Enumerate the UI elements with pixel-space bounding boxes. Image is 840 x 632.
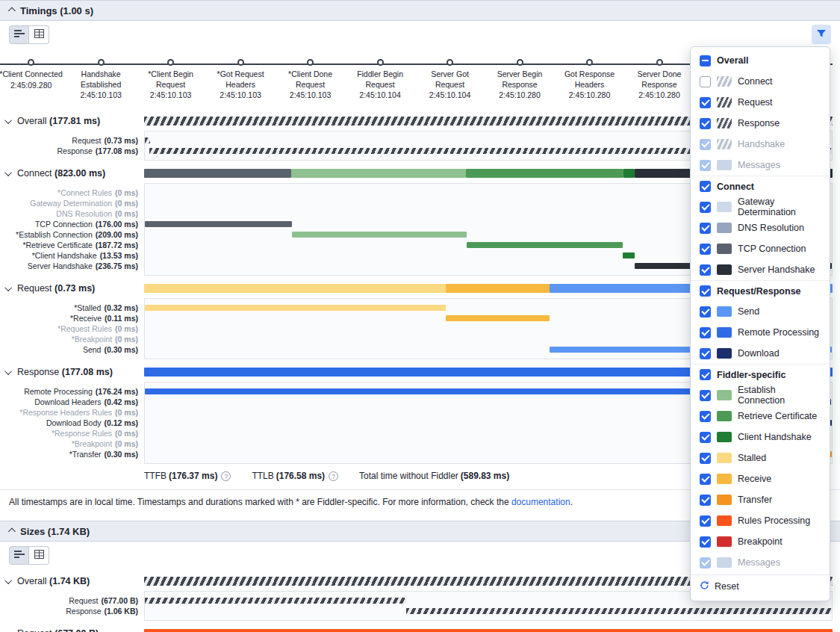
info-icon[interactable] xyxy=(329,471,338,481)
waterfall-view-button[interactable] xyxy=(9,25,29,44)
filter-item-tcp-connection[interactable]: TCP Connection xyxy=(691,238,830,259)
chevron-down-icon xyxy=(4,368,12,375)
checkbox-disabled xyxy=(700,557,711,569)
filter-item-stalled[interactable]: Stalled xyxy=(691,447,830,468)
milestone-dot xyxy=(28,59,34,66)
filter-item-retrieve-certificate[interactable]: Retrieve Certificate xyxy=(691,406,830,427)
filter-item-handshake[interactable]: Handshake xyxy=(691,134,830,155)
filter-item-label: Retrieve Certificate xyxy=(738,411,817,421)
bar-segment xyxy=(144,169,291,178)
filter-item-send[interactable]: Send xyxy=(691,301,830,322)
color-swatch xyxy=(717,515,732,526)
milestone-client-connected: *Client Connected2:45:09.280 xyxy=(0,59,66,90)
row-label-request: Request(0.73 ms) xyxy=(0,135,138,146)
filter-item-download[interactable]: Download xyxy=(691,343,830,364)
section-value: (823.00 ms) xyxy=(55,168,105,179)
filter-item-messages[interactable]: Messages xyxy=(691,155,830,176)
filter-item-messages[interactable]: Messages xyxy=(691,552,830,573)
filter-item-transfer[interactable]: Transfer xyxy=(691,489,830,510)
info-icon[interactable] xyxy=(221,471,231,481)
checkbox-checked xyxy=(700,432,711,443)
row-label-remote-processing: Remote Processing(176.24 ms) xyxy=(0,386,138,397)
row-label-connect-rules: *Connect Rules(0 ms) xyxy=(0,188,138,198)
section-bar xyxy=(144,627,833,632)
checkbox-checked xyxy=(700,181,711,192)
bar-segment xyxy=(145,305,446,311)
milestone-name: Handshake Established xyxy=(66,69,135,90)
color-swatch xyxy=(717,536,732,547)
checkbox-checked xyxy=(700,202,711,213)
total-time-stat: Total time without Fiddler(589.83 ms) xyxy=(359,471,509,481)
section-name: Overall xyxy=(17,116,47,126)
filter-item-label: Messages xyxy=(738,160,780,170)
filter-item-label: TCP Connection xyxy=(738,244,806,254)
filter-item-establish-connection[interactable]: Establish Connection xyxy=(691,385,830,406)
filter-item-gateway-determination[interactable]: Gateway Determination xyxy=(691,196,830,217)
section-header-request[interactable]: Request (677.00 B) xyxy=(0,627,840,632)
reset-button[interactable]: Reset xyxy=(691,574,830,598)
color-swatch xyxy=(717,223,732,233)
section-name: Response xyxy=(17,367,59,377)
filter-group-fiddler-specific[interactable]: Fiddler-specific xyxy=(691,364,830,385)
section-value: (677.00 B) xyxy=(55,628,99,632)
checkbox-checked xyxy=(700,244,711,255)
filter-item-label: Remote Processing xyxy=(738,327,819,338)
filter-item-server-handshake[interactable]: Server Handshake xyxy=(691,259,830,280)
timings-toolbar xyxy=(0,21,840,48)
checkbox-checked xyxy=(700,97,711,108)
checkbox-checked xyxy=(700,515,711,527)
milestone-name: *Client Begin Request xyxy=(137,69,205,90)
milestone-fiddler-begin-request: Fiddler Begin Request2:45:10.104 xyxy=(346,59,414,100)
filter-group-request-response[interactable]: Request/Response xyxy=(691,280,830,301)
row-label-receive: *Receive(0.11 ms) xyxy=(0,313,138,323)
milestone-dot xyxy=(307,59,314,66)
filter-item-dns-resolution[interactable]: DNS Resolution xyxy=(691,217,830,238)
milestone-handshake-established: Handshake Established2:45:10.103 xyxy=(66,59,135,100)
milestone-server-begin-response: Server Begin Response2:45:10.280 xyxy=(485,59,554,100)
table-view-button[interactable] xyxy=(29,546,49,565)
color-swatch xyxy=(717,118,732,128)
filter-item-label: Download xyxy=(738,348,780,359)
filter-group-overall[interactable]: Overall xyxy=(691,50,830,71)
bar-segment xyxy=(144,284,446,293)
filter-item-breakpoint[interactable]: Breakpoint xyxy=(691,531,830,552)
filter-item-label: Receive xyxy=(738,474,771,484)
checkbox-checked xyxy=(700,369,711,380)
table-view-icon xyxy=(34,550,44,561)
filter-item-remote-processing[interactable]: Remote Processing xyxy=(691,322,830,343)
row-label-client-handshake: *Client Handshake(13.53 ms) xyxy=(0,250,138,261)
milestone-got-request-headers: *Got Request Headers2:45:10.103 xyxy=(206,59,275,100)
bar-segment xyxy=(291,169,466,178)
filter-item-receive[interactable]: Receive xyxy=(691,468,830,489)
bar-segment xyxy=(446,315,550,321)
row-label-response-headers-rules: *Response Headers Rules(0 ms) xyxy=(0,407,138,418)
checkbox-disabled xyxy=(700,139,711,150)
filter-item-label: Connect xyxy=(738,76,773,87)
filter-group-connect[interactable]: Connect xyxy=(691,176,830,196)
filter-item-response[interactable]: Response xyxy=(691,113,830,134)
section-value: (177.08 ms) xyxy=(62,367,113,377)
color-swatch xyxy=(717,160,732,170)
color-swatch xyxy=(717,97,732,108)
table-view-button[interactable] xyxy=(29,25,49,44)
bar-segment xyxy=(623,169,635,178)
filter-item-label: Establish Connection xyxy=(738,385,821,406)
row-label-breakpoint: *Breakpoint(0 ms) xyxy=(0,334,138,344)
section-name: Request xyxy=(17,283,52,294)
row-label-breakpoint: *Breakpoint(0 ms) xyxy=(0,439,138,449)
chevron-down-icon xyxy=(4,629,12,632)
waterfall-view-button[interactable] xyxy=(9,546,29,565)
filter-item-client-handshake[interactable]: Client Handshake xyxy=(691,427,830,447)
milestone-time: 2:45:10.280 xyxy=(556,90,624,100)
filter-item-request[interactable]: Request xyxy=(691,92,830,113)
timings-panel-header[interactable]: Timings (1.00 s) xyxy=(0,0,840,21)
filter-item-rules-processing[interactable]: Rules Processing xyxy=(691,510,830,531)
row-label-transfer: *Transfer(0.30 ms) xyxy=(0,449,138,459)
filter-item-connect[interactable]: Connect xyxy=(691,71,830,92)
milestone-client-begin-request: *Client Begin Request2:45:10.103 xyxy=(137,59,205,100)
color-swatch xyxy=(717,306,732,317)
milestone-time: 2:45:10.280 xyxy=(625,90,694,100)
milestone-time: 2:45:10.103 xyxy=(276,90,345,100)
filter-button[interactable] xyxy=(812,25,831,44)
documentation-link[interactable]: documentation xyxy=(511,497,570,507)
